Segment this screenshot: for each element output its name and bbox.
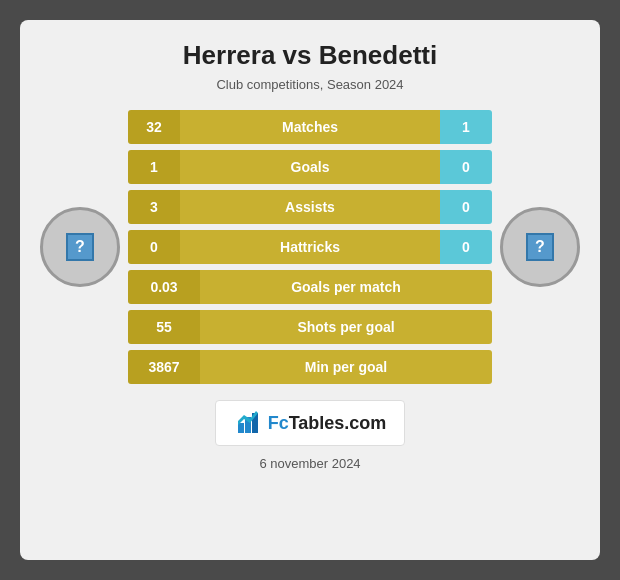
- left-avatar-placeholder: ?: [66, 233, 94, 261]
- stat-right-value: 1: [440, 110, 492, 144]
- svg-rect-0: [238, 423, 244, 433]
- logo-text: FcTables.com: [268, 413, 387, 434]
- right-avatar-placeholder: ?: [526, 233, 554, 261]
- stat-left-value: 0: [128, 230, 180, 264]
- stat-row: 32 Matches 1: [128, 110, 492, 144]
- right-avatar-circle: ?: [500, 207, 580, 287]
- left-avatar: ?: [40, 137, 120, 357]
- fctables-logo-icon: [234, 409, 262, 437]
- stat-label: Matches: [180, 110, 440, 144]
- stat-right-value: 0: [440, 230, 492, 264]
- stat-left-value: 1: [128, 150, 180, 184]
- stat-label: Hattricks: [180, 230, 440, 264]
- stats-area: ? 32 Matches 1 1 Goals 0 3 Assists 0 0 H…: [40, 110, 580, 384]
- stats-rows: 32 Matches 1 1 Goals 0 3 Assists 0 0 Hat…: [128, 110, 492, 384]
- stat-row-single: 0.03 Goals per match: [128, 270, 492, 304]
- stat-label: Assists: [180, 190, 440, 224]
- stat-single-label: Min per goal: [200, 350, 492, 384]
- stat-single-left-value: 0.03: [128, 270, 200, 304]
- stat-single-left-value: 55: [128, 310, 200, 344]
- stat-single-label: Shots per goal: [200, 310, 492, 344]
- stat-row: 3 Assists 0: [128, 190, 492, 224]
- stat-left-value: 32: [128, 110, 180, 144]
- main-card: Herrera vs Benedetti Club competitions, …: [20, 20, 600, 560]
- logo-area: FcTables.com: [40, 400, 580, 446]
- page-subtitle: Club competitions, Season 2024: [40, 77, 580, 92]
- right-avatar: ?: [500, 137, 580, 357]
- logo-box: FcTables.com: [215, 400, 406, 446]
- stat-single-left-value: 3867: [128, 350, 200, 384]
- stat-row: 0 Hattricks 0: [128, 230, 492, 264]
- page-title: Herrera vs Benedetti: [40, 40, 580, 71]
- date-footer: 6 november 2024: [40, 456, 580, 471]
- stat-right-value: 0: [440, 190, 492, 224]
- left-avatar-circle: ?: [40, 207, 120, 287]
- stat-row-single: 3867 Min per goal: [128, 350, 492, 384]
- stat-right-value: 0: [440, 150, 492, 184]
- stat-row-single: 55 Shots per goal: [128, 310, 492, 344]
- stat-row: 1 Goals 0: [128, 150, 492, 184]
- stat-label: Goals: [180, 150, 440, 184]
- stat-single-label: Goals per match: [200, 270, 492, 304]
- stat-left-value: 3: [128, 190, 180, 224]
